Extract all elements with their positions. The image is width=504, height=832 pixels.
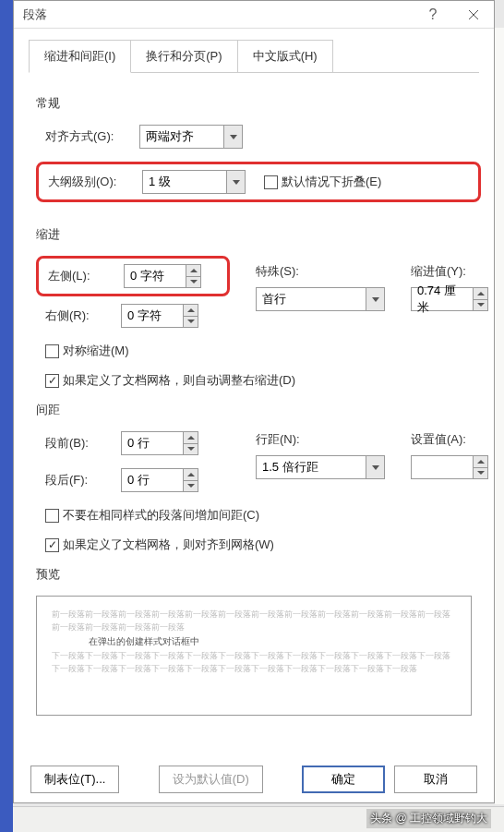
spin-up-icon[interactable] [474, 456, 487, 468]
chevron-down-icon [366, 456, 384, 478]
spin-down-icon[interactable] [184, 317, 198, 328]
snap-grid-label: 如果定义了文档网格，则对齐到网格(W) [63, 537, 274, 553]
linespace-select[interactable]: 1.5 倍行距 [256, 455, 385, 479]
alignment-select[interactable]: 两端对齐 [139, 125, 243, 149]
section-spacing: 间距 [36, 402, 472, 418]
preview-before-text: 前一段落前一段落前一段落前一段落前一段落前一段落前一段落前一段落前一段落前一段落… [52, 608, 456, 634]
tabs-button[interactable]: 制表位(T)... [30, 766, 119, 793]
by-label: 缩进值(Y): [411, 263, 488, 280]
space-before-input[interactable]: 0 行 [121, 431, 198, 455]
linespace-label: 行距(N): [256, 431, 385, 448]
spin-down-icon[interactable] [474, 300, 487, 311]
help-button[interactable]: ? [413, 1, 453, 29]
chevron-down-icon [366, 288, 384, 310]
paragraph-dialog: 段落 ? 缩进和间距(I) 换行和分页(P) 中文版式(H) 常规 对齐方式(G… [13, 0, 495, 803]
mirror-indent-label: 对称缩进(M) [63, 343, 129, 359]
tab-indent-spacing[interactable]: 缩进和间距(I) [29, 40, 131, 73]
spin-down-icon[interactable] [186, 277, 200, 288]
cancel-button[interactable]: 取消 [394, 766, 477, 793]
spin-up-icon[interactable] [184, 469, 198, 481]
special-select[interactable]: 首行 [256, 287, 385, 311]
auto-adjust-label: 如果定义了文档网格，则自动调整右缩进(D) [63, 372, 295, 389]
chevron-down-icon [226, 171, 245, 193]
collapse-label: 默认情况下折叠(E) [282, 174, 381, 190]
spin-down-icon[interactable] [184, 444, 198, 455]
section-general: 常规 [36, 95, 472, 112]
section-indent: 缩进 [36, 226, 472, 243]
spin-up-icon[interactable] [184, 432, 198, 444]
highlight-outline: 大纲级别(O): 1 级 默认情况下折叠(E) [36, 162, 481, 202]
indent-right-label: 右侧(R): [45, 307, 112, 324]
preview-after-text: 下一段落下一段落下一段落下一段落下一段落下一段落下一段落下一段落下一段落下一段落… [52, 649, 456, 676]
tab-asian[interactable]: 中文版式(H) [237, 40, 333, 73]
outline-level-select[interactable]: 1 级 [142, 170, 246, 194]
space-after-label: 段后(F): [45, 472, 112, 488]
spin-up-icon[interactable] [184, 305, 198, 317]
by-input[interactable]: 0.74 厘米 [411, 287, 488, 311]
indent-left-input[interactable]: 0 字符 [124, 264, 201, 288]
space-before-label: 段前(B): [45, 435, 112, 452]
section-preview: 预览 [36, 566, 472, 583]
nospace-same-style-label: 不要在相同样式的段落间增加间距(C) [63, 507, 259, 524]
ok-button[interactable]: 确定 [302, 766, 385, 793]
titlebar: 段落 ? [14, 1, 494, 29]
tab-line-page[interactable]: 换行和分页(P) [130, 40, 237, 73]
alignment-label: 对齐方式(G): [45, 128, 130, 145]
highlight-left-indent: 左侧(L): 0 字符 [36, 256, 230, 296]
watermark: 头条 @ 工控领域野钓大 [366, 809, 491, 828]
collapse-checkbox[interactable] [264, 175, 278, 189]
set-default-button[interactable]: 设为默认值(D) [159, 766, 263, 793]
spin-down-icon[interactable] [184, 481, 198, 492]
indent-right-input[interactable]: 0 字符 [121, 304, 198, 328]
preview-sample-text: 在弹出的创建样式对话框中 [52, 634, 456, 649]
mirror-indent-checkbox[interactable] [45, 344, 59, 358]
space-after-input[interactable]: 0 行 [121, 468, 198, 492]
preview-box: 前一段落前一段落前一段落前一段落前一段落前一段落前一段落前一段落前一段落前一段落… [36, 596, 472, 716]
dialog-buttons: 制表位(T)... 设为默认值(D) 确定 取消 [14, 766, 494, 793]
indent-left-label: 左侧(L): [48, 268, 114, 284]
at-label: 设置值(A): [411, 431, 488, 448]
spin-up-icon[interactable] [186, 265, 200, 277]
tab-bar: 缩进和间距(I) 换行和分页(P) 中文版式(H) [14, 29, 494, 73]
window-title: 段落 [23, 6, 413, 23]
auto-adjust-checkbox[interactable] [45, 374, 59, 388]
outline-label: 大纲级别(O): [48, 174, 133, 190]
snap-grid-checkbox[interactable] [45, 538, 59, 552]
chevron-down-icon [223, 126, 242, 148]
special-label: 特殊(S): [256, 263, 385, 280]
nospace-same-style-checkbox[interactable] [45, 509, 59, 523]
at-input[interactable] [411, 455, 488, 479]
spin-up-icon[interactable] [474, 288, 487, 300]
close-button[interactable] [453, 1, 494, 29]
spin-down-icon[interactable] [474, 468, 487, 479]
